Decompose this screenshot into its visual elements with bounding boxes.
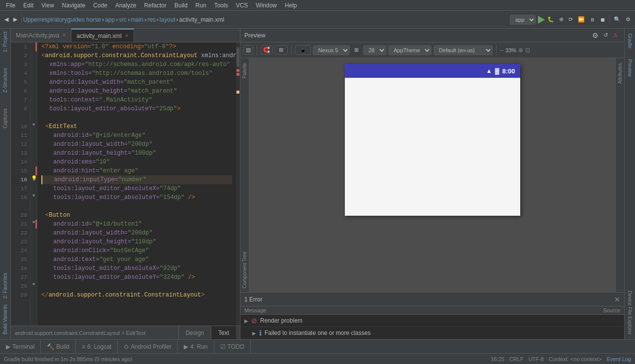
menu-refactor[interactable]: Refactor — [140, 1, 170, 10]
zoom-actual[interactable]: ⊡ — [525, 47, 530, 54]
context-info: Context: <no context> — [549, 356, 602, 362]
toolbar-more-3[interactable]: ⏩ — [575, 15, 587, 24]
menu-code[interactable]: Code — [89, 1, 111, 10]
locale-select[interactable]: Default (en-us) — [434, 45, 493, 55]
menu-tools[interactable]: Tools — [210, 1, 232, 10]
code-line-14: android:ems="10" — [41, 158, 232, 166]
profiler-tab[interactable]: ⊙ Android Profiler — [118, 340, 178, 353]
preview-settings-btn[interactable]: ⚙ — [590, 30, 601, 41]
palette-label[interactable]: Palette — [242, 63, 247, 78]
menu-help[interactable]: Help — [281, 1, 301, 10]
lightbulb-icon-16[interactable]: 💡 — [31, 175, 37, 181]
tab-activity-main-xml[interactable]: activity_main.xml ✕ — [71, 29, 134, 42]
project-panel-label[interactable]: 1: Project — [1, 29, 9, 55]
zoom-fit[interactable]: ⊕ — [518, 47, 523, 54]
preview-warning-btn[interactable]: ⚠ — [610, 31, 620, 40]
build-variants-label[interactable]: Build Variants — [1, 301, 9, 337]
attributes-label[interactable]: Attributes — [617, 63, 623, 84]
breadcrumb: Upperrespiratoryguides horse › app › src… — [23, 16, 224, 23]
preview-btn-2[interactable]: ⊞ — [274, 45, 288, 55]
preview-panel-label[interactable]: Preview — [626, 56, 634, 80]
structure-panel-label[interactable]: Z-Structure — [1, 65, 9, 96]
back-button[interactable]: ◀ — [2, 15, 11, 24]
breadcrumb-app[interactable]: app — [105, 16, 115, 23]
preview-refresh-btn[interactable]: ↺ — [601, 31, 610, 40]
error-row-2[interactable]: ▶ ℹ Failed to instantiate one or more cl… — [240, 327, 624, 339]
code-line-8: tools:layout_editor_absoluteY="25dp"> — [41, 104, 232, 113]
run-config-select[interactable]: app — [510, 15, 536, 25]
message-col-header: Message — [244, 307, 546, 313]
palette-sidebar: Palette Component Tree — [240, 58, 249, 292]
fold-marker-20[interactable]: ▼ — [32, 220, 36, 225]
breadcrumb-file[interactable]: activity_main.xml — [179, 16, 224, 23]
favorites-panel-label[interactable]: 2: Favorites — [1, 270, 9, 301]
toolbar-search[interactable]: 🔍 — [611, 15, 623, 24]
preview-toolbar: ▤ 🧲 ⊞ 📱 Nexus 5 ⊞ 28 AppTheme Default (e… — [240, 42, 624, 58]
status-time: 16:25 — [491, 356, 504, 362]
code-line-13: android:layout_height="100dp" — [41, 149, 232, 158]
separator-2 — [609, 15, 610, 25]
forward-button[interactable]: ▶ — [11, 15, 20, 24]
toolbar-settings[interactable]: ⚙ — [623, 15, 633, 24]
tab-design[interactable]: Design — [178, 326, 211, 339]
device-file-explorer-label[interactable]: Device File Explorer — [626, 288, 634, 337]
terminal-tab[interactable]: ▶ Terminal — [0, 340, 41, 353]
menu-file[interactable]: File — [2, 1, 19, 10]
debug-button[interactable]: 🐛 — [545, 15, 557, 24]
device-settings-btn[interactable]: ⊞ — [352, 45, 361, 55]
breadcrumb-layout[interactable]: layout — [160, 16, 175, 23]
api-select[interactable]: 28 — [363, 45, 386, 55]
code-line-12: android:layout_width="200dp" — [41, 140, 232, 149]
event-log-btn[interactable]: Event Log — [606, 356, 631, 362]
line-ending[interactable]: CRLF — [509, 356, 524, 362]
toolbar-more-4[interactable]: ⏸ — [587, 15, 598, 24]
component-tree-label[interactable]: Component Tree — [242, 252, 247, 289]
tab-activity-xml-close[interactable]: ✕ — [125, 33, 129, 38]
menu-view[interactable]: View — [37, 1, 58, 10]
tab-mainactivity[interactable]: MainActivity.java ✕ — [11, 29, 71, 42]
tab-mainactivity-close[interactable]: ✕ — [62, 33, 66, 38]
menu-vcs[interactable]: VCS — [232, 1, 252, 10]
ln-27: 27 — [11, 273, 30, 282]
breadcrumb-src[interactable]: src — [119, 16, 127, 23]
error-panel-close-btn[interactable]: ✕ — [614, 296, 620, 303]
terminal-icon: ▶ — [6, 343, 10, 350]
menu-window[interactable]: Window — [252, 1, 281, 10]
palette-btn[interactable]: ▤ — [243, 45, 253, 55]
fold-marker-27[interactable]: ▼ — [32, 282, 36, 287]
tab-text[interactable]: Text — [211, 326, 236, 339]
toolbar-more-5[interactable]: ⏹ — [598, 15, 608, 24]
menu-run[interactable]: Run — [192, 1, 210, 10]
fold-marker-18[interactable]: ▼ — [32, 193, 36, 198]
run-tab[interactable]: ▶ 4: Run — [178, 340, 214, 353]
device-rotate-btn[interactable]: 📱 — [295, 45, 311, 55]
menu-build[interactable]: Build — [170, 1, 192, 10]
menu-edit[interactable]: Edit — [19, 1, 37, 10]
editor-path: android.support.constraint.ConstraintLay… — [15, 330, 178, 336]
todo-icon: ☑ — [220, 343, 226, 350]
run-button[interactable] — [538, 16, 545, 24]
encoding[interactable]: UTF-8 — [529, 356, 544, 362]
logcat-tab[interactable]: ≡ 6: Logcat — [76, 340, 118, 353]
code-content[interactable]: <?xml version="1.0" encoding="utf-8"?> <… — [37, 42, 236, 326]
gradle-panel-label[interactable]: Gradle — [626, 31, 634, 51]
captures-panel-label[interactable]: Captures — [1, 105, 9, 132]
build-tab[interactable]: 🔨 Build — [41, 340, 76, 353]
magnet-btn[interactable]: 🧲 — [261, 45, 272, 55]
code-line-17: tools:layout_editor_absoluteX="74dp" — [41, 184, 232, 193]
breadcrumb-main[interactable]: main — [131, 16, 143, 23]
breadcrumb-res[interactable]: res — [147, 16, 156, 23]
editor-scrollbar[interactable] — [236, 42, 240, 326]
todo-tab[interactable]: ☑ TODO — [214, 340, 251, 353]
toolbar-more-2[interactable]: ⟳ — [566, 15, 575, 24]
toolbar-more-1[interactable]: ⊕ — [557, 15, 566, 24]
menu-analyze[interactable]: Analyze — [111, 1, 140, 10]
menu-navigate[interactable]: Navigate — [58, 1, 89, 10]
device-select[interactable]: Nexus 5 — [313, 45, 350, 55]
far-right-panel: Gradle Preview Device File Explorer — [624, 29, 635, 339]
breadcrumb-project[interactable]: Upperrespiratoryguides horse — [23, 16, 101, 23]
fold-marker-9[interactable]: ▼ — [32, 122, 36, 127]
theme-select[interactable]: AppTheme — [388, 45, 432, 55]
zoom-minus[interactable]: − — [500, 47, 503, 54]
error-row-1[interactable]: ▶ ⊘ Render problem — [240, 315, 624, 327]
